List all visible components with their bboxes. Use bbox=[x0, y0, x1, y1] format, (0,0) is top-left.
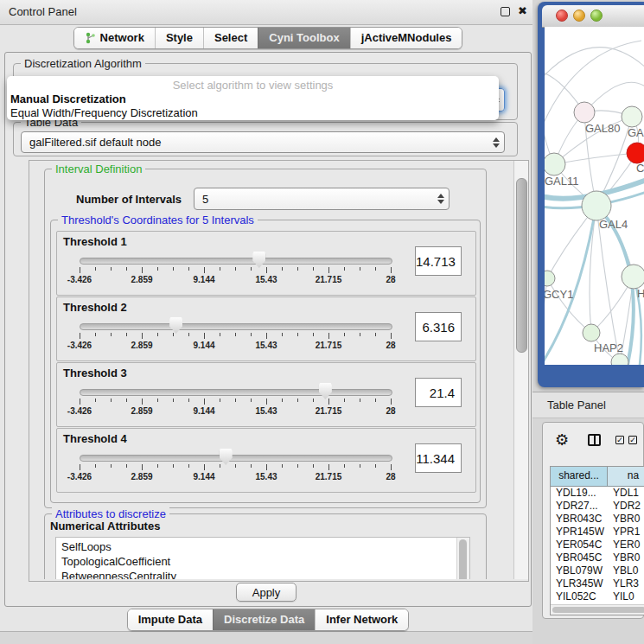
table-row[interactable]: YBR043CYBR0 bbox=[551, 513, 644, 526]
table-row[interactable]: YIL052CYIL0 bbox=[551, 590, 644, 603]
tab-cyni-toolbox[interactable]: Cyni Toolbox bbox=[258, 28, 349, 48]
tab-label: Select bbox=[214, 31, 247, 44]
bottom-tabstrip: Impute DataDiscretize DataInfer Network bbox=[0, 609, 536, 631]
tab-impute-data[interactable]: Impute Data bbox=[128, 609, 213, 630]
slider-track[interactable] bbox=[80, 389, 392, 396]
close-icon[interactable]: ✖ bbox=[518, 4, 527, 17]
table-row[interactable]: YLR345WYLR3 bbox=[551, 577, 644, 590]
table-cell: YBL079W bbox=[551, 564, 608, 577]
tick-label: 9.144 bbox=[193, 472, 214, 481]
scrollbar-thumb[interactable] bbox=[552, 607, 644, 613]
algorithm-group-title: Discretization Algorithm bbox=[21, 57, 145, 70]
gear-icon[interactable]: ⚙ bbox=[555, 430, 569, 450]
tab-discretize-data[interactable]: Discretize Data bbox=[213, 609, 315, 630]
network-node[interactable] bbox=[583, 324, 600, 341]
dropdown-option-manual[interactable]: Manual Discretization bbox=[7, 92, 499, 106]
network-node[interactable] bbox=[582, 191, 611, 220]
table-row[interactable]: YBR045CYBR0 bbox=[551, 552, 644, 564]
network-node[interactable] bbox=[627, 143, 644, 163]
right-region: GAL80GACGAL11GAL4GCY1HHAP2 Table Panel ⚙… bbox=[532, 0, 644, 644]
cyni-toolbox-panel: Discretization Algorithm Table Data galF… bbox=[4, 52, 532, 607]
table-row[interactable]: YDL19...YDL1 bbox=[551, 487, 644, 500]
table-panel: ⚙ ✓ ✓ shared... na YDL19...YDL1YDR27...Y… bbox=[542, 422, 644, 619]
tab-jactivemnodules[interactable]: jActiveMNodules bbox=[350, 28, 462, 48]
node-label: HAP2 bbox=[594, 341, 623, 354]
tab-label: Cyni Toolbox bbox=[269, 31, 339, 44]
interval-definition-title: Interval Definition bbox=[52, 163, 145, 175]
table-row[interactable]: YBL079WYBL0 bbox=[551, 564, 644, 577]
attributes-listbox[interactable]: SelfLoopsTopologicalCoefficientBetweenne… bbox=[55, 537, 470, 579]
float-window-icon[interactable] bbox=[501, 7, 510, 16]
table-cell: YBR0 bbox=[608, 513, 644, 526]
threshold-value-field[interactable]: 14.713 bbox=[415, 246, 462, 276]
dropdown-prompt-item: Select algorithm to view settings bbox=[7, 79, 499, 92]
dropdown-option-equal-width[interactable]: Equal Width/Frequency Discretization bbox=[7, 106, 499, 120]
split-columns-icon[interactable] bbox=[588, 434, 601, 446]
table-cell: YBR045C bbox=[551, 552, 608, 564]
horizontal-scrollbar[interactable] bbox=[551, 604, 644, 615]
network-window-titlebar bbox=[542, 5, 644, 28]
slider-handle[interactable] bbox=[169, 317, 182, 334]
threshold-value-field[interactable]: 6.316 bbox=[415, 312, 462, 341]
network-canvas[interactable]: GAL80GACGAL11GAL4GCY1HHAP2 bbox=[545, 27, 644, 365]
column-header-name[interactable]: na bbox=[608, 467, 644, 486]
tab-network[interactable]: Network bbox=[74, 28, 155, 48]
column-header-shared[interactable]: shared... bbox=[551, 467, 608, 486]
network-node[interactable] bbox=[622, 265, 644, 289]
slider-track[interactable] bbox=[80, 455, 392, 462]
minimize-traffic-light-icon[interactable] bbox=[573, 10, 585, 22]
table-data-select[interactable]: galFiltered.sif default node bbox=[21, 131, 505, 153]
tick-label: 9.144 bbox=[193, 275, 214, 284]
threshold-panel-1: Threshold 1-3.4262.8599.14415.4321.71528… bbox=[56, 231, 476, 296]
checkbox-icon[interactable]: ✓ bbox=[628, 436, 637, 444]
threshold-value-field[interactable]: 11.344 bbox=[415, 443, 462, 473]
table-data-group: Table Data galFiltered.sif default node bbox=[13, 122, 518, 156]
table-toolbar: ⚙ ✓ ✓ bbox=[543, 428, 643, 456]
table-row[interactable]: YPR145WYPR1 bbox=[551, 526, 644, 539]
checkbox-icon[interactable]: ✓ bbox=[615, 436, 624, 444]
apply-button[interactable]: Apply bbox=[236, 583, 296, 602]
attribute-item-topologicalcoefficient[interactable]: TopologicalCoefficient bbox=[61, 554, 469, 569]
network-view-window: GAL80GACGAL11GAL4GCY1HHAP2 bbox=[538, 2, 644, 387]
tab-label: Discretize Data bbox=[224, 613, 304, 626]
slider-tick-labels: -3.4262.8599.14415.4321.71528 bbox=[80, 472, 391, 482]
threshold-value-field[interactable]: 21.4 bbox=[415, 378, 462, 407]
node-label: GA bbox=[628, 126, 644, 139]
network-node[interactable] bbox=[545, 153, 565, 175]
slider-track[interactable] bbox=[80, 323, 392, 330]
table-row[interactable]: YER054CYER0 bbox=[551, 539, 644, 552]
tick-label: 2.859 bbox=[131, 472, 152, 481]
network-node[interactable] bbox=[611, 354, 628, 365]
listbox-scrollbar[interactable] bbox=[456, 538, 469, 579]
node-attribute-table: shared... na YDL19...YDL1YDR27...YDR2YBR… bbox=[550, 466, 644, 615]
table-data-value: galFiltered.sif default node bbox=[22, 136, 488, 149]
node-label: GAL11 bbox=[545, 175, 579, 188]
attribute-item-selfloops[interactable]: SelfLoops bbox=[61, 539, 469, 554]
algorithm-dropdown-popup: Select algorithm to view settings Manual… bbox=[7, 76, 499, 120]
attribute-item-betweennesscentrality[interactable]: BetweennessCentrality bbox=[61, 569, 469, 579]
num-intervals-value: 5 bbox=[194, 193, 433, 206]
tab-select[interactable]: Select bbox=[203, 28, 258, 48]
node-label: GAL80 bbox=[585, 122, 620, 135]
slider-track[interactable] bbox=[80, 258, 392, 265]
close-traffic-light-icon[interactable] bbox=[556, 10, 568, 22]
threshold-label: Threshold 2 bbox=[63, 301, 127, 314]
network-node[interactable] bbox=[545, 271, 555, 286]
network-node[interactable] bbox=[574, 102, 595, 123]
slider-handle[interactable] bbox=[319, 383, 332, 399]
spinner-arrows-icon bbox=[433, 194, 449, 204]
zoom-traffic-light-icon[interactable] bbox=[590, 10, 603, 22]
table-row[interactable]: YDR27...YDR2 bbox=[551, 500, 644, 513]
scrollbar-thumb[interactable] bbox=[516, 178, 527, 353]
slider-handle[interactable] bbox=[220, 449, 233, 465]
vertical-scrollbar[interactable] bbox=[513, 161, 528, 579]
table-cell: YBL0 bbox=[608, 564, 644, 577]
tab-style[interactable]: Style bbox=[155, 28, 203, 48]
tab-infer-network[interactable]: Infer Network bbox=[315, 609, 408, 630]
network-node[interactable] bbox=[622, 106, 642, 127]
numerical-attributes-label: Numerical Attributes bbox=[50, 520, 160, 532]
tick-label: 15.43 bbox=[255, 341, 277, 350]
slider-handle[interactable] bbox=[252, 252, 265, 268]
tick-label: 15.43 bbox=[255, 275, 277, 284]
num-intervals-spinner[interactable]: 5 bbox=[194, 188, 450, 210]
